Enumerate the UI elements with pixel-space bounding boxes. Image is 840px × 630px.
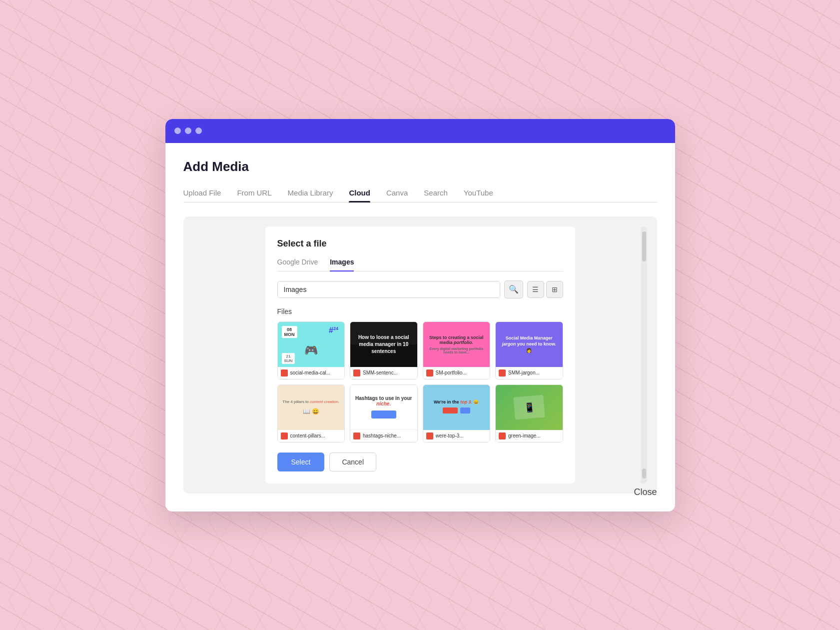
tab-upload-file[interactable]: Upload File (183, 188, 221, 202)
picker-tab-google-drive[interactable]: Google Drive (277, 258, 318, 271)
file-thumb-5: The 4 pillars to content creation. 📖 😄 (278, 385, 345, 430)
file-name-4: SMM-jargon... (508, 370, 540, 376)
search-button[interactable]: 🔍 (504, 280, 523, 298)
file-picker-wrapper: Select a file Google Drive Images 🔍 ☰ (193, 226, 647, 484)
thumb7-text: We're in the top 3. 😄 (431, 396, 482, 418)
file-icon-7 (426, 432, 433, 440)
file-picker-container: Select a file Google Drive Images 🔍 ☰ (183, 216, 657, 494)
view-toggles: ☰ ⊞ (527, 281, 563, 298)
window-dot-2[interactable] (185, 128, 191, 134)
close-link[interactable]: Close (634, 487, 657, 498)
picker-tabs: Google Drive Images (277, 258, 563, 272)
file-icon-2 (353, 370, 360, 376)
select-button[interactable]: Select (277, 452, 325, 472)
file-name-8: green-image... (508, 433, 540, 438)
picker-actions: Select Cancel (277, 452, 563, 472)
file-card-3[interactable]: Steps to creating a social media portfol… (423, 322, 491, 380)
grid-view-button[interactable]: ⊞ (546, 281, 563, 298)
file-name-1: social-media-cal... (290, 370, 331, 376)
list-view-button[interactable]: ☰ (527, 281, 544, 298)
file-thumb-7: We're in the top 3. 😄 (423, 385, 490, 430)
tab-search[interactable]: Search (424, 188, 448, 202)
file-label-row-2: SMM-sentenc... (350, 367, 417, 379)
file-label-row-8: green-image... (496, 430, 563, 442)
files-grid: 08MON #24 🎮 21SUN social-media-cal... (277, 322, 563, 442)
file-card-5[interactable]: The 4 pillars to content creation. 📖 😄 c… (277, 384, 345, 442)
file-icon-6 (353, 432, 360, 440)
file-card-7[interactable]: We're in the top 3. 😄 were-top-3... (423, 384, 491, 442)
file-label-row-1: social-media-cal... (278, 367, 345, 379)
file-thumb-3: Steps to creating a social media portfol… (423, 322, 490, 367)
main-tabs: Upload File From URL Media Library Cloud… (183, 188, 657, 202)
file-name-3: SM-portfolio... (436, 370, 467, 376)
file-picker-title: Select a file (277, 238, 563, 249)
scrollbar-thumb-top (642, 232, 646, 262)
tab-media-library[interactable]: Media Library (288, 188, 333, 202)
file-label-row-7: were-top-3... (423, 430, 490, 442)
thumb6-content: Hashtags to use in your niche. (350, 385, 417, 430)
tab-from-url[interactable]: From URL (237, 188, 271, 202)
file-name-5: content-pillars... (290, 433, 326, 438)
window-dot-3[interactable] (195, 128, 202, 134)
thumb2-text: How to loose a social media manager in 1… (350, 330, 417, 359)
file-icon-4 (499, 370, 506, 376)
file-icon-5 (281, 432, 288, 440)
cancel-button[interactable]: Cancel (329, 452, 376, 472)
file-icon-1 (281, 370, 288, 376)
titlebar (165, 119, 675, 143)
window-body: Add Media Upload File From URL Media Lib… (165, 143, 675, 512)
search-row: 🔍 ☰ ⊞ (277, 280, 563, 298)
file-thumb-6: Hashtags to use in your niche. (350, 385, 417, 430)
file-name-7: were-top-3... (436, 433, 464, 438)
tab-cloud[interactable]: Cloud (349, 188, 370, 202)
scrollbar-thumb-bottom (642, 468, 646, 478)
main-window: Add Media Upload File From URL Media Lib… (165, 119, 675, 512)
file-label-row-5: content-pillars... (278, 430, 345, 442)
picker-tab-images[interactable]: Images (330, 258, 354, 271)
file-icon-8 (499, 432, 506, 440)
search-input-wrap (277, 281, 500, 298)
file-thumb-8: 📱 (496, 385, 563, 430)
thumb4-text: Social Media Manager jargon you need to … (496, 331, 563, 358)
tab-canva[interactable]: Canva (386, 188, 408, 202)
file-card-1[interactable]: 08MON #24 🎮 21SUN social-media-cal... (277, 322, 345, 380)
thumb5-text: The 4 pillars to content creation. 📖 😄 (278, 395, 343, 420)
file-icon-3 (426, 370, 433, 376)
file-label-row-3: SM-portfolio... (423, 367, 490, 379)
file-card-6[interactable]: Hashtags to use in your niche. hashtags-… (350, 384, 418, 442)
tab-youtube[interactable]: YouTube (464, 188, 493, 202)
file-card-8[interactable]: 📱 green-image... (495, 384, 563, 442)
window-dot-1[interactable] (174, 128, 181, 134)
file-card-2[interactable]: How to loose a social media manager in 1… (350, 322, 418, 380)
thumb3-text: Steps to creating a social media portfol… (423, 331, 490, 358)
file-label-row-6: hashtags-niche... (350, 430, 417, 442)
search-input[interactable] (278, 282, 500, 298)
file-thumb-4: Social Media Manager jargon you need to … (496, 322, 563, 367)
file-card-4[interactable]: Social Media Manager jargon you need to … (495, 322, 563, 380)
scrollbar-track[interactable] (641, 226, 647, 484)
file-thumb-2: How to loose a social media manager in 1… (350, 322, 417, 367)
file-picker: Select a file Google Drive Images 🔍 ☰ (265, 226, 575, 484)
file-name-6: hashtags-niche... (363, 433, 401, 438)
file-thumb-1: 08MON #24 🎮 21SUN (278, 322, 345, 367)
files-label: Files (277, 308, 563, 316)
file-name-2: SMM-sentenc... (363, 370, 398, 376)
page-title: Add Media (183, 159, 657, 174)
file-label-row-4: SMM-jargon... (496, 367, 563, 379)
